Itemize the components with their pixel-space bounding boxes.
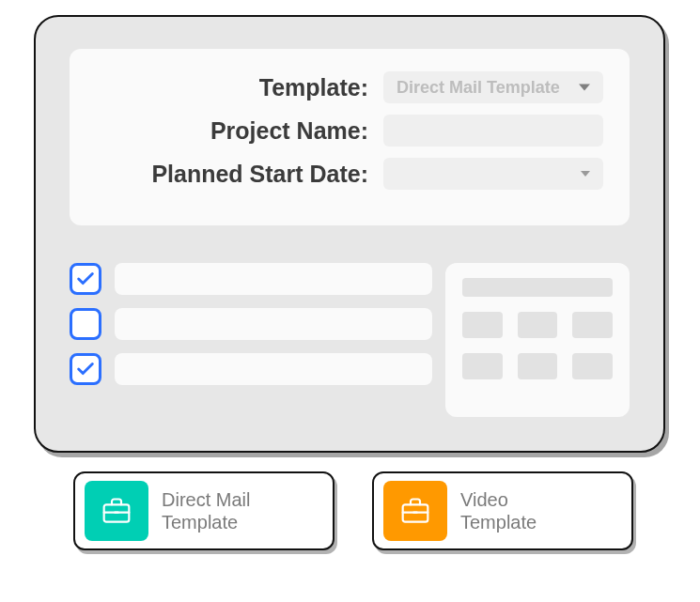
checklist-item bbox=[70, 353, 432, 385]
template-select[interactable]: Direct Mail Template bbox=[383, 71, 603, 103]
calendar-cell[interactable] bbox=[462, 312, 503, 338]
checkbox[interactable] bbox=[70, 353, 101, 385]
template-label: Template: bbox=[96, 74, 368, 101]
project-name-input[interactable] bbox=[383, 115, 603, 147]
template-card-label: Video Template bbox=[460, 488, 537, 533]
checklist-item bbox=[70, 308, 432, 340]
check-icon bbox=[75, 269, 96, 289]
form-row-template: Template: Direct Mail Template bbox=[96, 71, 603, 103]
chevron-down-icon bbox=[579, 85, 590, 91]
template-card-video[interactable]: Video Template bbox=[372, 471, 633, 550]
form-row-project-name: Project Name: bbox=[96, 115, 603, 147]
checklist bbox=[70, 263, 432, 398]
main-panel: Template: Direct Mail Template Project N… bbox=[34, 15, 665, 453]
form-card: Template: Direct Mail Template Project N… bbox=[70, 49, 630, 225]
chevron-down-icon bbox=[581, 171, 590, 177]
calendar-cell[interactable] bbox=[572, 312, 613, 338]
calendar-grid bbox=[462, 312, 613, 379]
checkbox[interactable] bbox=[70, 308, 101, 340]
calendar-header bbox=[462, 278, 613, 297]
checkbox[interactable] bbox=[70, 263, 101, 295]
calendar-cell[interactable] bbox=[518, 312, 558, 338]
check-icon bbox=[75, 359, 96, 379]
project-name-label: Project Name: bbox=[96, 117, 368, 145]
calendar-cell[interactable] bbox=[518, 353, 558, 379]
briefcase-icon bbox=[383, 481, 447, 541]
checklist-item-label[interactable] bbox=[115, 263, 432, 295]
form-row-start-date: Planned Start Date: bbox=[96, 158, 603, 190]
checklist-item-label[interactable] bbox=[115, 353, 432, 385]
calendar-box bbox=[445, 263, 630, 417]
template-card-label: Direct Mail Template bbox=[162, 488, 250, 533]
start-date-select[interactable] bbox=[383, 158, 603, 190]
calendar-cell[interactable] bbox=[462, 353, 503, 379]
template-card-direct-mail[interactable]: Direct Mail Template bbox=[73, 471, 334, 550]
calendar-cell[interactable] bbox=[572, 353, 613, 379]
briefcase-icon bbox=[85, 481, 148, 541]
start-date-label: Planned Start Date: bbox=[96, 161, 368, 188]
checklist-item-label[interactable] bbox=[115, 308, 432, 340]
template-select-value: Direct Mail Template bbox=[397, 78, 560, 98]
checklist-item bbox=[70, 263, 432, 295]
templates-row: Direct Mail Template Video Template bbox=[73, 471, 633, 550]
